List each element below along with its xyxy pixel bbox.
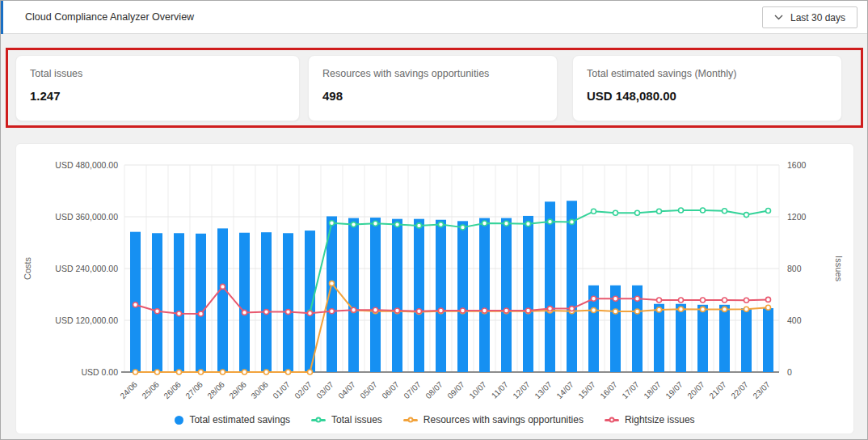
legend-item[interactable]: Resources with savings opportunities — [403, 414, 584, 425]
svg-text:06/07: 06/07 — [380, 379, 401, 400]
svg-text:16/07: 16/07 — [598, 379, 619, 400]
title-bar: Cloud Compliance Analyzer Overview Last … — [1, 1, 867, 34]
legend-marker-icon — [316, 417, 322, 423]
svg-text:14/07: 14/07 — [554, 379, 575, 400]
chart-legend: Total estimated savingsTotal issuesResou… — [16, 414, 853, 425]
stat-label: Total estimated savings (Monthly) — [587, 68, 828, 79]
svg-text:800: 800 — [787, 264, 802, 273]
svg-text:28/06: 28/06 — [205, 379, 226, 400]
svg-text:15/07: 15/07 — [576, 379, 597, 400]
svg-text:24/06: 24/06 — [118, 379, 139, 400]
accent-strip — [1, 1, 3, 34]
svg-text:05/07: 05/07 — [358, 379, 379, 400]
svg-text:USD 360,000.00: USD 360,000.00 — [55, 212, 118, 222]
legend-dot-icon — [175, 416, 183, 425]
svg-text:29/06: 29/06 — [227, 379, 248, 400]
svg-text:23/07: 23/07 — [751, 379, 772, 400]
svg-text:1600: 1600 — [787, 160, 807, 170]
svg-text:07/07: 07/07 — [402, 379, 423, 400]
date-range-button[interactable]: Last 30 days — [762, 6, 857, 28]
legend-marker-icon — [609, 417, 614, 423]
summary-card-resources-savings: Resources with savings opportunities 498 — [308, 55, 558, 121]
legend-line-icon — [605, 419, 619, 421]
legend-label: Resources with savings opportunities — [423, 414, 584, 425]
summary-card-estimated-savings: Total estimated savings (Monthly) USD 14… — [572, 55, 842, 121]
svg-text:02/07: 02/07 — [293, 379, 314, 400]
legend-item[interactable]: Rightsize issues — [605, 414, 695, 425]
legend-line-icon — [403, 419, 418, 421]
svg-text:0: 0 — [787, 367, 792, 377]
svg-text:01/07: 01/07 — [271, 379, 292, 400]
page-title: Cloud Compliance Analyzer Overview — [25, 1, 194, 34]
svg-text:27/06: 27/06 — [183, 379, 204, 400]
svg-text:18/07: 18/07 — [642, 379, 663, 400]
summary-card-total-issues: Total issues 1.247 — [15, 55, 300, 121]
combo-chart: USD 480,000.001600USD 360,000.001200USD … — [21, 154, 847, 414]
svg-text:Issues: Issues — [834, 256, 844, 281]
svg-text:1200: 1200 — [787, 212, 807, 222]
svg-text:08/07: 08/07 — [423, 379, 445, 400]
legend-label: Rightsize issues — [625, 414, 695, 425]
chart-card: USD 480,000.001600USD 360,000.001200USD … — [15, 143, 854, 434]
svg-text:26/06: 26/06 — [162, 379, 183, 400]
app-window: Cloud Compliance Analyzer Overview Last … — [0, 0, 868, 440]
svg-text:21/07: 21/07 — [707, 379, 728, 400]
svg-text:20/07: 20/07 — [685, 379, 706, 400]
svg-text:USD 480,000.00: USD 480,000.00 — [55, 160, 118, 170]
legend-line-icon — [311, 419, 326, 421]
svg-text:19/07: 19/07 — [664, 379, 685, 400]
svg-text:04/07: 04/07 — [336, 379, 357, 400]
svg-text:22/07: 22/07 — [729, 379, 750, 400]
svg-text:USD 240,000.00: USD 240,000.00 — [55, 264, 118, 273]
svg-text:11/07: 11/07 — [490, 379, 510, 400]
highlight-annotation-box: Total issues 1.247 Resources with saving… — [6, 48, 863, 128]
legend-label: Total issues — [331, 414, 382, 425]
legend-marker-icon — [407, 417, 413, 423]
stat-value: USD 148,080.00 — [587, 89, 828, 103]
svg-text:Costs: Costs — [23, 256, 32, 280]
svg-text:USD 120,000.00: USD 120,000.00 — [55, 315, 118, 325]
stat-label: Total issues — [30, 68, 285, 79]
legend-item[interactable]: Total estimated savings — [175, 414, 290, 425]
svg-text:09/07: 09/07 — [445, 379, 466, 400]
svg-text:03/07: 03/07 — [314, 379, 335, 400]
svg-text:17/07: 17/07 — [620, 379, 641, 400]
stat-value: 1.247 — [30, 89, 285, 103]
svg-text:400: 400 — [787, 315, 802, 325]
legend-label: Total estimated savings — [189, 414, 290, 425]
date-range-label: Last 30 days — [790, 12, 845, 23]
svg-text:12/07: 12/07 — [511, 379, 532, 400]
svg-text:30/06: 30/06 — [249, 379, 270, 400]
svg-text:25/06: 25/06 — [140, 379, 161, 400]
svg-text:10/07: 10/07 — [467, 379, 488, 400]
stat-label: Resources with savings opportunities — [322, 68, 543, 79]
chevron-down-icon — [774, 15, 783, 20]
legend-item[interactable]: Total issues — [311, 414, 382, 425]
stat-value: 498 — [322, 89, 543, 103]
svg-text:USD 0.00: USD 0.00 — [81, 367, 118, 377]
svg-text:13/07: 13/07 — [533, 379, 554, 400]
